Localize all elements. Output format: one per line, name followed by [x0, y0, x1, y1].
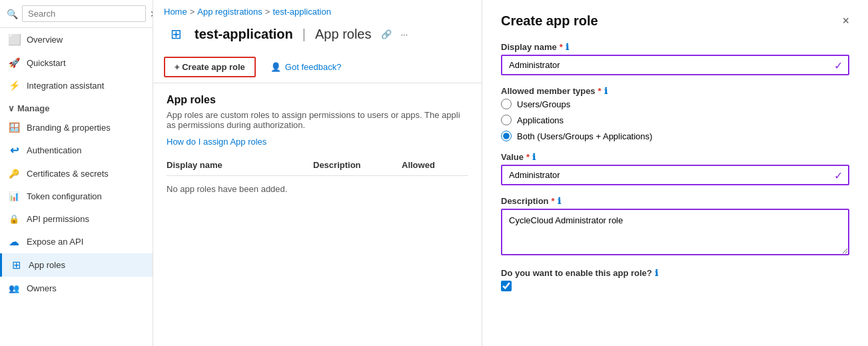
allowed-member-types-group: Allowed member types * ℹ Users/Groups Ap… — [501, 86, 849, 141]
search-bar: 🔍 ✕ « — [0, 0, 153, 28]
branding-icon — [8, 121, 20, 133]
search-input[interactable] — [22, 5, 146, 22]
col-display-name: Display name — [167, 160, 313, 170]
sidebar-item-integration[interactable]: Integration assistant — [0, 74, 153, 97]
enable-role-group: Do you want to enable this app role? ℹ — [501, 268, 849, 291]
table-header: Display name Description Allowed — [167, 155, 468, 176]
radio-both[interactable]: Both (Users/Groups + Applications) — [501, 131, 849, 141]
auth-icon — [8, 144, 20, 157]
sidebar-item-label: Overview — [27, 35, 63, 45]
breadcrumb-sep2: > — [265, 7, 270, 17]
sidebar-item-label: Expose an API — [27, 237, 83, 247]
sidebar-item-label: Branding & properties — [27, 123, 111, 133]
create-app-role-button[interactable]: + Create app role — [164, 57, 256, 77]
enable-role-info-icon[interactable]: ℹ — [655, 268, 658, 278]
integration-icon — [8, 79, 20, 91]
sidebar-item-app-roles[interactable]: App roles — [0, 253, 153, 277]
sidebar-item-api-permissions[interactable]: API permissions — [0, 207, 153, 230]
manage-section[interactable]: ∨ Manage — [0, 97, 153, 116]
display-name-group: Display name * ℹ ✓ — [501, 42, 849, 75]
sidebar-item-token[interactable]: Token configuration — [0, 185, 153, 207]
sidebar: 🔍 ✕ « Overview Quickstart Integration as… — [0, 0, 153, 346]
radio-group: Users/Groups Applications Both (Users/Gr… — [501, 99, 849, 141]
col-allowed: Allowed — [402, 160, 468, 170]
approles-icon — [10, 259, 22, 271]
manage-label: Manage — [17, 103, 49, 113]
value-check-icon: ✓ — [834, 169, 843, 181]
display-name-info-icon[interactable]: ℹ — [566, 42, 569, 52]
allowed-member-types-label: Allowed member types * ℹ — [501, 86, 849, 96]
sidebar-item-authentication[interactable]: Authentication — [0, 139, 153, 162]
content-title: App roles — [167, 94, 468, 106]
value-input-wrapper: ✓ — [501, 165, 849, 185]
radio-applications[interactable]: Applications — [501, 115, 849, 125]
display-name-input-wrapper: ✓ — [501, 55, 849, 75]
content-description: App roles are custom roles to assign per… — [167, 110, 468, 130]
expose-icon — [8, 235, 20, 248]
enable-role-checkbox-group — [501, 281, 849, 291]
quickstart-icon — [8, 57, 20, 69]
allowed-member-types-required: * — [598, 86, 602, 96]
sidebar-item-expose-api[interactable]: Expose an API — [0, 230, 153, 253]
sidebar-item-label: Token configuration — [27, 191, 102, 201]
radio-both-label: Both (Users/Groups + Applications) — [517, 131, 652, 141]
sidebar-item-label: Owners — [27, 283, 57, 293]
no-data-message: No app roles have been added. — [167, 184, 468, 194]
sidebar-item-label: Certificates & secrets — [27, 169, 109, 179]
display-name-label: Display name * ℹ — [501, 42, 849, 52]
breadcrumb-app-registrations[interactable]: App registrations — [197, 7, 262, 17]
radio-users-groups[interactable]: Users/Groups — [501, 99, 849, 109]
owners-icon — [8, 282, 20, 294]
radio-users-groups-input[interactable] — [501, 99, 512, 109]
description-group: Description * ℹ CycleCloud Administrator… — [501, 196, 849, 257]
sidebar-item-label: Quickstart — [27, 58, 66, 68]
radio-applications-label: Applications — [517, 115, 564, 125]
breadcrumb-home[interactable]: Home — [164, 7, 187, 17]
value-group: Value * ℹ ✓ — [501, 152, 849, 185]
more-options-icon[interactable]: ··· — [401, 29, 408, 39]
col-description: Description — [313, 160, 402, 170]
breadcrumb: Home > App registrations > test-applicat… — [153, 0, 482, 19]
app-icon — [164, 22, 188, 46]
radio-both-input[interactable] — [501, 131, 512, 141]
feedback-button[interactable]: 👤 Got feedback? — [261, 58, 351, 76]
description-info-icon[interactable]: ℹ — [558, 196, 561, 206]
description-textarea[interactable]: CycleCloud Administrator role — [501, 209, 849, 255]
feedback-icon: 👤 — [270, 62, 281, 72]
sidebar-nav: Overview Quickstart Integration assistan… — [0, 28, 153, 346]
enable-role-checkbox[interactable] — [501, 281, 512, 291]
chevron-down-icon: ∨ — [8, 103, 15, 113]
panel-header: Create app role × — [501, 13, 849, 29]
sidebar-item-branding[interactable]: Branding & properties — [0, 116, 153, 139]
token-icon — [8, 190, 20, 202]
display-name-input[interactable] — [501, 55, 849, 75]
sidebar-item-overview[interactable]: Overview — [0, 28, 153, 51]
how-to-link[interactable]: How do I assign App roles — [167, 137, 266, 147]
title-separator: | — [302, 27, 306, 42]
sidebar-item-label: Integration assistant — [27, 81, 104, 91]
app-grid-icon — [171, 26, 182, 42]
allowed-member-types-info-icon[interactable]: ℹ — [604, 86, 608, 96]
content-area: App roles App roles are custom roles to … — [153, 83, 482, 346]
radio-applications-input[interactable] — [501, 115, 512, 125]
sidebar-item-label: App roles — [29, 260, 65, 270]
panel-close-button[interactable]: × — [842, 14, 849, 28]
create-app-role-panel: Create app role × Display name * ℹ ✓ All… — [482, 0, 868, 346]
value-required: * — [526, 152, 530, 162]
description-required: * — [552, 196, 555, 206]
sidebar-item-label: API permissions — [27, 214, 89, 224]
page-header: test-application | App roles 🔗 ··· — [153, 19, 482, 51]
description-label: Description * ℹ — [501, 196, 849, 206]
cert-icon — [8, 167, 20, 179]
pin-icon[interactable]: 🔗 — [381, 29, 392, 39]
search-icon: 🔍 — [7, 9, 18, 19]
display-name-required: * — [560, 42, 563, 52]
sidebar-item-owners[interactable]: Owners — [0, 277, 153, 299]
sidebar-item-quickstart[interactable]: Quickstart — [0, 51, 153, 74]
value-input[interactable] — [501, 165, 849, 185]
value-info-icon[interactable]: ℹ — [532, 152, 536, 162]
sidebar-item-certificates[interactable]: Certificates & secrets — [0, 162, 153, 185]
page-title: test-application — [195, 27, 293, 42]
breadcrumb-app-name[interactable]: test-application — [272, 7, 330, 17]
sidebar-item-label: Authentication — [27, 145, 81, 155]
